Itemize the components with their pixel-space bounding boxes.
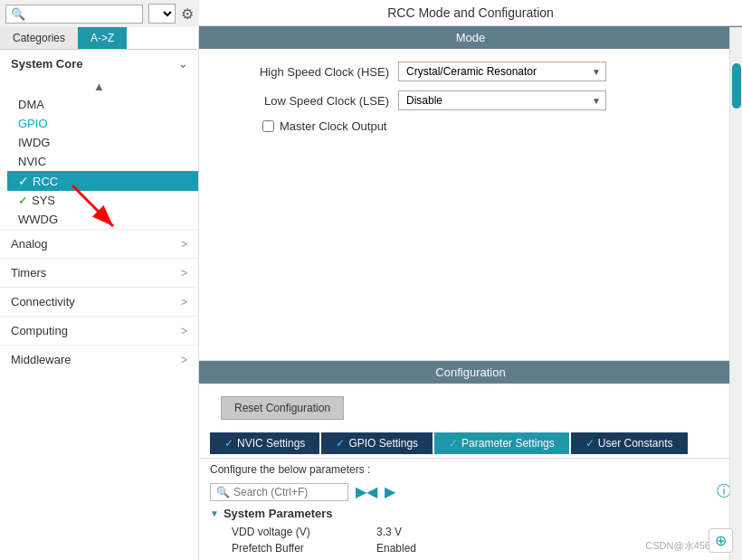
sidebar-category-timers[interactable]: Timers > (0, 258, 198, 287)
user-check-icon: ✓ (585, 437, 595, 450)
params-search-input[interactable] (233, 486, 342, 498)
sidebar-item-rcc[interactable]: ✓ RCC (7, 171, 198, 191)
zoom-button[interactable]: ⊕ (709, 528, 733, 553)
config-tab-gpio[interactable]: ✓ GPIO Settings (321, 432, 433, 454)
params-search-row: 🔍 ▶◀ ▶ ⓘ (199, 480, 742, 503)
analog-label: Analog (11, 237, 47, 251)
expand-arrow-icon[interactable]: ▼ (210, 508, 219, 518)
top-bar: 🔍 ⚙ (0, 0, 199, 28)
next-nav-icon[interactable]: ▶ (385, 483, 395, 500)
hse-row: High Speed Clock (HSE) Crystal/Ceramic R… (217, 62, 724, 81)
system-core-label: System Core (11, 57, 82, 71)
tab-az[interactable]: A->Z (78, 27, 127, 49)
vdd-value: 3.3 V (376, 526, 402, 538)
gpio-tab-label: GPIO Settings (348, 437, 418, 450)
system-params-header: ▼ System Parameters (210, 507, 731, 520)
dma-label: DMA (18, 98, 44, 111)
computing-label: Computing (11, 324, 68, 337)
chevron-down-icon: ⌄ (178, 58, 187, 71)
mode-section-header: Mode (199, 26, 742, 49)
sidebar-item-wwdg[interactable]: WWDG (7, 210, 198, 229)
gpio-label: GPIO (18, 117, 48, 130)
sidebar-item-sys[interactable]: ✓ SYS (7, 191, 198, 210)
prefetch-name: Prefetch Buffer (232, 542, 376, 555)
hse-label: High Speed Clock (HSE) (217, 65, 389, 79)
sys-label: SYS (32, 194, 55, 207)
check-circle-icon: ✓ (18, 174, 29, 188)
check-green-icon: ✓ (18, 194, 28, 207)
config-section: Configuration Reset Configuration ✓ NVIC… (199, 360, 742, 560)
sidebar-category-connectivity[interactable]: Connectivity > (0, 287, 198, 316)
master-clock-row: Master Clock Output (262, 119, 724, 133)
connectivity-label: Connectivity (11, 295, 75, 308)
sidebar-item-dma[interactable]: DMA (7, 95, 198, 114)
lse-row: Low Speed Clock (LSE) Disable (217, 90, 724, 110)
chevron-right-icon: > (181, 325, 187, 337)
nvic-tab-label: NVIC Settings (237, 437, 305, 450)
config-tab-user-constants[interactable]: ✓ User Constants (571, 432, 688, 454)
scroll-up-indicator[interactable]: ▲ (0, 78, 198, 95)
chevron-right-icon: > (181, 354, 187, 366)
hse-select-wrapper: Crystal/Ceramic Resonator (398, 62, 606, 81)
nvic-check-icon: ✓ (224, 437, 233, 450)
config-section-header: Configuration (199, 361, 742, 384)
params-search-box[interactable]: 🔍 (210, 483, 348, 501)
tab-categories[interactable]: Categories (0, 27, 78, 49)
search-dropdown[interactable] (148, 4, 176, 24)
chevron-right-icon: > (181, 296, 187, 308)
gear-button[interactable]: ⚙ (181, 5, 194, 23)
prefetch-value: Enabled (376, 542, 416, 555)
search-box[interactable]: 🔍 (5, 5, 143, 24)
reset-config-button[interactable]: Reset Configuration (221, 396, 344, 420)
wwdg-label: WWDG (18, 213, 58, 226)
right-scrollbar[interactable] (729, 27, 742, 560)
params-search-icon: 🔍 (216, 486, 230, 498)
sidebar-item-nvic[interactable]: NVIC (7, 152, 198, 171)
search-input[interactable] (25, 7, 138, 20)
params-check-icon: ✓ (449, 437, 458, 450)
sidebar-items: DMA GPIO IWDG NVIC ✓ RCC ✓ SYS WWDG (0, 95, 198, 229)
watermark: CSDN@水456 (645, 539, 710, 553)
lse-label: Low Speed Clock (LSE) (217, 94, 389, 108)
params-label: Configure the below parameters : (199, 458, 742, 480)
iwdg-label: IWDG (18, 136, 50, 149)
sidebar-category-analog[interactable]: Analog > (0, 229, 198, 258)
content-area: RCC Mode and Configuration Mode High Spe… (199, 0, 742, 560)
sidebar-item-iwdg[interactable]: IWDG (7, 133, 198, 152)
reset-btn-area: Reset Configuration (199, 384, 742, 432)
config-tabs: ✓ NVIC Settings ✓ GPIO Settings ✓ Parame… (210, 432, 731, 454)
sidebar: Categories A->Z System Core ⌄ ▲ DMA GPIO… (0, 27, 199, 560)
gpio-check-icon: ✓ (336, 437, 345, 450)
chevron-right-icon: > (181, 238, 187, 251)
params-tab-label: Parameter Settings (461, 437, 555, 450)
search-icon: 🔍 (11, 7, 25, 21)
scrollbar-thumb (732, 63, 741, 109)
rcc-label: RCC (33, 175, 58, 188)
sidebar-category-middleware[interactable]: Middleware > (0, 345, 198, 374)
config-tab-params[interactable]: ✓ Parameter Settings (434, 432, 569, 454)
mode-content: High Speed Clock (HSE) Crystal/Ceramic R… (199, 49, 742, 142)
param-row-vdd: VDD voltage (V) 3.3 V (210, 524, 731, 540)
middleware-label: Middleware (11, 353, 71, 366)
gear-icon: ⚙ (181, 6, 194, 22)
master-clock-checkbox[interactable] (262, 120, 274, 132)
timers-label: Timers (11, 266, 46, 280)
content-title: RCC Mode and Configuration (199, 0, 742, 26)
master-clock-label: Master Clock Output (280, 119, 387, 133)
lse-select[interactable]: Disable (398, 90, 606, 110)
vdd-name: VDD voltage (V) (232, 526, 376, 538)
nvic-label: NVIC (18, 155, 46, 168)
tab-bar: Categories A->Z (0, 27, 198, 50)
mode-spacer (199, 142, 742, 360)
user-tab-label: User Constants (598, 437, 673, 450)
hse-select[interactable]: Crystal/Ceramic Resonator (398, 62, 606, 81)
config-tab-nvic[interactable]: ✓ NVIC Settings (210, 432, 319, 454)
sidebar-group-system-core[interactable]: System Core ⌄ (0, 50, 198, 78)
sidebar-category-computing[interactable]: Computing > (0, 316, 198, 345)
chevron-right-icon: > (181, 267, 187, 280)
lse-select-wrapper: Disable (398, 90, 606, 110)
sidebar-item-gpio[interactable]: GPIO (7, 114, 198, 133)
prev-nav-icon[interactable]: ▶◀ (356, 483, 377, 500)
system-params-label: System Parameters (224, 507, 333, 520)
